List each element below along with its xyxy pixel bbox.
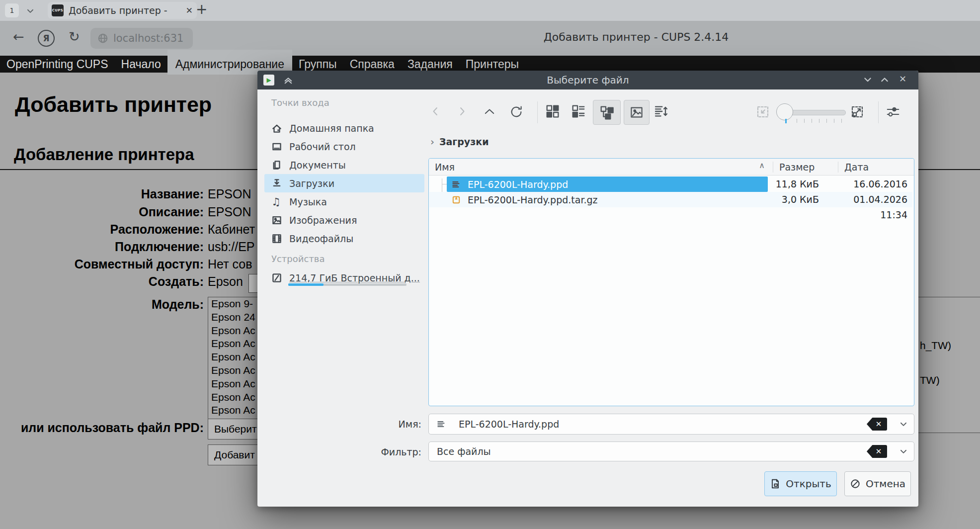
nav-printers[interactable]: Принтеры bbox=[459, 58, 525, 71]
reload-folder-icon[interactable] bbox=[509, 104, 524, 119]
open-button[interactable]: Открыть bbox=[764, 471, 837, 496]
music-icon: ♫ bbox=[271, 196, 282, 207]
crumb-chevron-icon: › bbox=[430, 136, 434, 148]
text-file-icon bbox=[452, 180, 462, 189]
image-icon bbox=[271, 215, 282, 226]
nav-help[interactable]: Справка bbox=[343, 58, 401, 71]
column-header-size[interactable]: Размер bbox=[773, 162, 838, 173]
icons-view-icon[interactable] bbox=[545, 103, 561, 119]
tree-view-icon bbox=[599, 104, 615, 120]
file-date: 01.04.2026 11:34 bbox=[826, 192, 907, 207]
sidebar-item-desktop[interactable]: Рабочий стол bbox=[264, 137, 424, 156]
tab-close-icon[interactable]: ✕ bbox=[186, 5, 193, 15]
form-row: Название: EPSON bbox=[0, 187, 251, 201]
combo-chevron-icon[interactable] bbox=[899, 420, 908, 429]
form-row: Расположение: Кабинет bbox=[0, 222, 255, 237]
sidebar-item-downloads[interactable]: Загрузки bbox=[264, 174, 424, 192]
column-header-date[interactable]: Дата bbox=[838, 162, 914, 173]
tree-view-button[interactable] bbox=[593, 100, 621, 125]
model-option-clipped: h_TW) bbox=[920, 339, 951, 353]
filter-label: Фильтр: bbox=[367, 446, 421, 457]
preview-icon bbox=[629, 105, 644, 120]
file-size: 3,0 КиБ bbox=[767, 192, 819, 207]
file-list-header: Имя ∧ Размер Дата bbox=[429, 159, 914, 176]
breadcrumb[interactable]: › Загрузки bbox=[430, 136, 489, 148]
nav-back-icon[interactable] bbox=[428, 104, 442, 118]
sidebar-item-documents[interactable]: Документы bbox=[264, 156, 424, 174]
nav-forward-icon[interactable] bbox=[455, 104, 469, 118]
breadcrumb-folder[interactable]: Загрузки bbox=[439, 136, 489, 147]
nav-jobs[interactable]: Задания bbox=[401, 58, 459, 71]
slider-tick bbox=[804, 119, 805, 123]
close-icon[interactable]: ✕ bbox=[899, 74, 906, 84]
field-label: Название: bbox=[0, 187, 208, 201]
sidebar-item-home[interactable]: Домашняя папка bbox=[264, 119, 424, 137]
disk-usage-fill bbox=[288, 283, 324, 286]
sidebar-item-label: 214,7 ГиБ Встроенный д... bbox=[289, 272, 420, 283]
archive-file-icon bbox=[452, 195, 462, 204]
column-header-name[interactable]: Имя ∧ bbox=[429, 162, 773, 173]
nav-up-icon[interactable] bbox=[482, 104, 497, 118]
filename-combo[interactable]: EPL-6200L-Hardy.ppd ✕ bbox=[428, 414, 914, 435]
file-row-selected[interactable]: EPL-6200L-Hardy.ppd 11,8 КиБ 16.06.2016 … bbox=[429, 176, 912, 192]
zoom-slider-handle[interactable] bbox=[776, 103, 793, 120]
slider-tick bbox=[841, 119, 842, 123]
field-label: Описание: bbox=[0, 205, 208, 219]
dialog-titlebar[interactable]: ▶ Выберите файл ✕ bbox=[257, 71, 918, 89]
file-list-panel: Имя ∧ Размер Дата EPL-6200L-Hardy.ppd 11… bbox=[428, 158, 914, 406]
field-value: usb://EP bbox=[208, 240, 255, 254]
nav-home[interactable]: Начало bbox=[115, 58, 167, 71]
zoom-in-icon[interactable] bbox=[850, 104, 865, 119]
desktop-icon bbox=[271, 141, 282, 152]
address-bar[interactable]: localhost:631 bbox=[90, 28, 193, 49]
tab-list-chevron-icon[interactable] bbox=[26, 6, 35, 15]
name-label: Имя: bbox=[367, 419, 421, 430]
filter-combo[interactable]: Все файлы ✕ bbox=[428, 441, 914, 461]
form-row: или использовать файл PPD: bbox=[0, 421, 208, 435]
options-icon[interactable] bbox=[886, 104, 900, 119]
new-tab-button[interactable]: + bbox=[196, 1, 207, 17]
sidebar-item-pictures[interactable]: Изображения bbox=[264, 211, 424, 229]
field-label: Создать: bbox=[0, 274, 208, 289]
nav-classes[interactable]: Группы bbox=[292, 58, 343, 71]
sidebar-item-music[interactable]: ♫ Музыка bbox=[264, 192, 424, 211]
slider-tick bbox=[812, 119, 812, 123]
yandex-browser-icon[interactable]: Я bbox=[38, 30, 55, 47]
field-label: Совместный доступ: bbox=[0, 257, 208, 271]
file-name: EPL-6200L-Hardy.ppd bbox=[468, 179, 568, 190]
clear-text-icon[interactable]: ✕ bbox=[867, 418, 887, 431]
cancel-button[interactable]: Отмена bbox=[844, 471, 911, 496]
reload-icon[interactable]: ↻ bbox=[69, 29, 80, 44]
sort-icon[interactable] bbox=[653, 103, 669, 119]
sidebar-item-label: Рабочий стол bbox=[289, 141, 356, 152]
filename-value[interactable]: EPL-6200L-Hardy.ppd bbox=[459, 419, 559, 430]
field-value: Epson bbox=[208, 274, 243, 289]
combo-chevron-icon[interactable] bbox=[899, 447, 908, 456]
maximize-icon[interactable] bbox=[880, 75, 890, 85]
nav-openprinting-cups[interactable]: OpenPrinting CUPS bbox=[0, 58, 115, 71]
slider-tick bbox=[819, 119, 819, 123]
minimize-icon[interactable] bbox=[863, 75, 873, 85]
clear-text-icon[interactable]: ✕ bbox=[867, 445, 887, 458]
back-icon[interactable]: ← bbox=[13, 29, 24, 44]
tab-group-counter[interactable]: 1 bbox=[5, 3, 19, 17]
dialog-title: Выберите файл bbox=[257, 74, 918, 86]
details-view-icon[interactable] bbox=[571, 103, 586, 119]
tab-title: Добавить принтер - C bbox=[69, 5, 168, 16]
sidebar-item-label: Домашняя папка bbox=[289, 123, 374, 134]
page-title: Добавить принтер bbox=[15, 92, 212, 117]
field-value: EPSON bbox=[208, 205, 251, 219]
file-row[interactable]: EPL-6200L-Hardy.ppd.tar.gz 3,0 КиБ 01.04… bbox=[429, 192, 912, 207]
zoom-out-icon[interactable] bbox=[755, 104, 770, 119]
sort-ascending-icon: ∧ bbox=[759, 161, 765, 170]
field-value: EPSON bbox=[208, 187, 251, 201]
sidebar-item-label: Музыка bbox=[289, 196, 327, 207]
preview-toggle-button[interactable] bbox=[624, 100, 650, 125]
window-page-title: Добавить принтер - CUPS 2.4.14 bbox=[502, 31, 770, 43]
browser-tab[interactable]: CUPS Добавить принтер - C ✕ bbox=[48, 2, 197, 19]
sidebar-item-videos[interactable]: Видеофайлы bbox=[264, 229, 424, 248]
file-dialog: ▶ Выберите файл ✕ bbox=[257, 71, 918, 507]
form-row: Совместный доступ: Нет сов bbox=[0, 257, 252, 271]
filter-value[interactable]: Все файлы bbox=[437, 446, 491, 457]
slider-tick-active bbox=[785, 119, 787, 123]
